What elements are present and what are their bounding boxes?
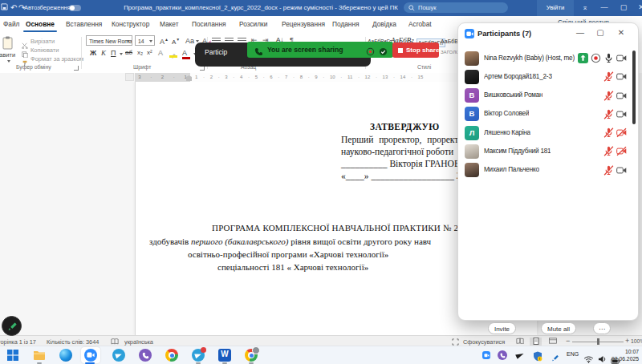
underline-button[interactable]: П: [111, 49, 116, 57]
print-layout-button[interactable]: [530, 338, 542, 346]
autosave-toggle[interactable]: [69, 5, 81, 11]
participant-name: Михаил Пальченко: [484, 166, 539, 173]
tray-telegram-icon[interactable]: [515, 352, 525, 360]
participant-name: Вишковський Роман: [484, 91, 542, 99]
security-shield-icon[interactable]: [533, 350, 542, 361]
page-indicator[interactable]: Сторінка 1 із 17: [0, 338, 36, 346]
volume-icon[interactable]: [598, 352, 611, 364]
tray-zoom-icon[interactable]: [482, 351, 490, 359]
more-options-button[interactable]: ⋯: [593, 322, 611, 334]
highlight-button[interactable]: [169, 48, 177, 63]
grow-font-button[interactable]: А▲: [160, 37, 169, 46]
tab-references[interactable]: Посилання: [192, 20, 226, 28]
word-icon[interactable]: W: [218, 349, 231, 362]
tab-help[interactable]: Довідка: [372, 20, 396, 28]
tab-design[interactable]: Конструктор: [112, 20, 149, 28]
sign-in-button[interactable]: Увійти: [537, 0, 574, 16]
focus-button[interactable]: Сфокусуватися: [463, 338, 505, 346]
chrome-icon[interactable]: [165, 349, 178, 362]
panel-maximize-button[interactable]: ▢: [593, 26, 607, 39]
superscript-button[interactable]: х²: [147, 49, 152, 56]
participant-row[interactable]: В Вишковський Роман: [458, 87, 636, 105]
text-effects-button[interactable]: А: [158, 49, 163, 57]
taskbar: W ENG: [0, 346, 642, 364]
tab-selector-box[interactable]: [125, 73, 134, 81]
participant-row[interactable]: Михаил Пальченко: [458, 161, 636, 180]
participant-row[interactable]: Nina Rezvykh (Babiy) (Host, me): [458, 49, 636, 67]
clock[interactable]: 10:07 02.06.2025: [612, 349, 639, 362]
participant-name: Nina Rezvykh (Babiy) (Host, me): [484, 55, 575, 62]
participant-name: Артем Бородай181_2-3: [484, 73, 552, 80]
tab-file[interactable]: Файл: [3, 20, 19, 28]
participant-row[interactable]: Л Ляшенко Каріна: [458, 123, 636, 142]
ribbon-options-icon[interactable]: ⌅: [576, 0, 594, 16]
doc-title-line2: здобувачів першого (бакалаврського) рівн…: [149, 237, 431, 246]
close-button[interactable]: ✕: [632, 0, 642, 16]
tab-home[interactable]: Основне: [26, 20, 55, 28]
participant-row[interactable]: Артем Бородай181_2-3: [458, 67, 636, 86]
panel-minimize-button[interactable]: —: [573, 26, 587, 39]
web-layout-button[interactable]: [547, 338, 559, 346]
font-size-select[interactable]: 14: [135, 35, 155, 46]
pen-icon[interactable]: [551, 351, 559, 360]
participant-row[interactable]: В Віктор Соловей: [458, 105, 636, 123]
tray-viber-icon[interactable]: [498, 350, 507, 360]
paste-button[interactable]: Вставити: [0, 51, 15, 59]
stop-share-button[interactable]: Stop share: [392, 42, 439, 58]
annotation-pencil-button[interactable]: [2, 316, 22, 336]
panel-close-button[interactable]: ✕: [614, 26, 628, 39]
tab-layout[interactable]: Макет: [160, 20, 178, 28]
invite-button[interactable]: Invite: [488, 322, 516, 334]
tab-review[interactable]: Рецензування: [282, 20, 325, 28]
save-icon[interactable]: [1, 2, 8, 14]
language-status[interactable]: українська: [124, 338, 153, 346]
italic-button[interactable]: К: [101, 49, 106, 57]
participant-avatar: В: [465, 88, 479, 103]
telegram-icon[interactable]: [112, 349, 125, 362]
mic-status-icon: [603, 127, 614, 138]
shrink-font-button[interactable]: А▼: [172, 37, 180, 46]
zoom-slider-thumb[interactable]: [597, 338, 599, 345]
cut-button[interactable]: Вирізати: [30, 38, 55, 45]
recording-indicator-icon[interactable]: [366, 45, 375, 59]
tab-acrobat[interactable]: Acrobat: [408, 20, 432, 28]
viber-icon[interactable]: [139, 349, 152, 362]
wifi-icon[interactable]: [583, 352, 596, 364]
participants-panel-title: Participants (7): [477, 30, 531, 38]
language-indicator[interactable]: ENG: [567, 351, 579, 357]
tab-mailings[interactable]: Розсилки: [239, 20, 267, 28]
undo-icon[interactable]: ↶: [10, 2, 17, 14]
maximize-button[interactable]: ▢: [615, 0, 632, 16]
mute-all-button[interactable]: Mute all: [541, 322, 576, 334]
zoom-percentage[interactable]: 100%: [631, 338, 642, 344]
strikethrough-button[interactable]: аб: [125, 49, 132, 56]
subscript-button[interactable]: х₂: [137, 49, 143, 56]
tab-insert[interactable]: Вставлення: [66, 20, 102, 28]
chrome-pwa-icon[interactable]: [245, 349, 258, 362]
panel-scrollbar[interactable]: [632, 51, 636, 124]
edge-icon[interactable]: [59, 349, 72, 362]
word-count[interactable]: Кількість слів: 3644: [47, 338, 99, 346]
participant-row[interactable]: Максим Піддубний 181: [458, 142, 636, 160]
file-explorer-icon[interactable]: [33, 349, 46, 362]
participants-panel: Participants (7) — ▢ ✕ Nina Rezvykh (Bab…: [457, 22, 639, 321]
search-input[interactable]: Пошук: [404, 2, 508, 13]
minimize-button[interactable]: —: [595, 0, 613, 16]
clipboard-dialog-launcher[interactable]: [74, 66, 79, 71]
font-color-button[interactable]: А: [182, 49, 187, 57]
doc-title-line3: освітньо-професійної програми «Харчові т…: [188, 249, 388, 259]
bold-button[interactable]: Ж: [90, 49, 96, 57]
format-painter-button[interactable]: Формат за зразком: [30, 55, 83, 63]
tab-view[interactable]: Подання: [332, 20, 360, 28]
mic-status-icon: [603, 91, 614, 101]
copy-button[interactable]: Копіювати: [30, 47, 59, 54]
paste-icon[interactable]: [2, 36, 14, 53]
secure-check-icon[interactable]: [379, 45, 388, 59]
zoom-app-icon[interactable]: [84, 349, 97, 362]
font-family-select[interactable]: Times New Roma: [86, 35, 132, 46]
zoom-in-button[interactable]: +: [625, 337, 629, 345]
read-mode-button[interactable]: [514, 338, 526, 346]
telegram-badge-icon[interactable]: [192, 349, 205, 362]
start-button[interactable]: [6, 349, 19, 362]
zoom-out-button[interactable]: −: [566, 337, 570, 345]
